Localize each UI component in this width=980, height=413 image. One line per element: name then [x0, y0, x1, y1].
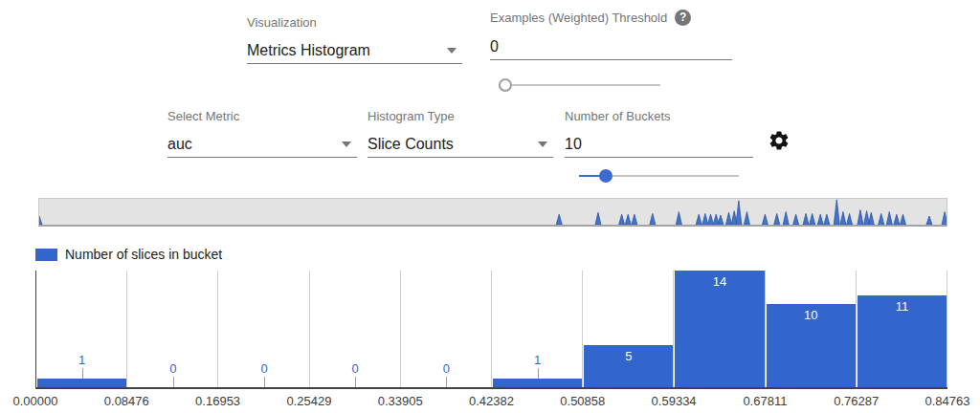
annotation-stem	[538, 368, 539, 379]
overview-spike	[625, 214, 631, 225]
annotation-stem	[446, 377, 447, 387]
chevron-down-icon	[447, 48, 457, 54]
bar-value-label: 1	[78, 353, 85, 367]
x-axis-label: 0.59334	[652, 394, 697, 408]
select-metric-value: auc	[167, 136, 192, 153]
annotation-stem	[355, 377, 356, 387]
metrics-histogram-panel: Visualization Metrics Histogram Examples…	[0, 0, 980, 413]
x-axis-label: 0.00000	[13, 394, 58, 408]
num-buckets-slider-knob[interactable]	[599, 169, 612, 183]
x-axis-label: 0.76287	[834, 394, 879, 408]
x-axis-label: 0.67811	[743, 394, 787, 408]
x-axis-label: 0.84763	[925, 394, 970, 408]
settings-gear-icon	[768, 129, 791, 152]
overview-spike	[858, 210, 863, 225]
legend-label: Number of slices in bucket	[65, 247, 222, 262]
overview-spike	[810, 213, 815, 225]
x-axis-label: 0.33905	[378, 394, 423, 408]
overview-spike	[702, 213, 708, 225]
bar-value-label: 0	[169, 361, 176, 376]
overview-spike	[942, 212, 947, 226]
overview-spike	[556, 214, 562, 225]
overview-spike	[834, 200, 839, 225]
gridline	[673, 271, 674, 387]
overview-spike	[650, 213, 656, 225]
slices-overview-strip[interactable]	[38, 198, 947, 227]
threshold-slider-track[interactable]	[505, 84, 660, 86]
visualization-value: Metrics Histogram	[247, 42, 370, 59]
bar-value-label: 0	[260, 361, 267, 376]
gridline	[582, 271, 583, 387]
gridline	[491, 271, 492, 387]
overview-spike	[595, 212, 601, 225]
overview-spike	[926, 216, 932, 225]
overview-spike	[803, 213, 809, 225]
overview-spike	[894, 214, 900, 225]
num-buckets-input[interactable]	[565, 133, 753, 156]
visualization-field: Visualization Metrics Histogram	[247, 15, 462, 64]
x-axis-label: 0.08476	[104, 394, 149, 408]
question-mark-icon[interactable]: ?	[675, 10, 691, 26]
select-metric-field: Select Metric auc	[167, 109, 357, 158]
annotation-stem	[173, 377, 174, 387]
overview-spike	[696, 214, 702, 225]
select-metric-dropdown[interactable]: auc	[167, 131, 357, 158]
select-metric-label: Select Metric	[167, 109, 357, 123]
num-buckets-input-underline	[565, 131, 753, 158]
visualization-dropdown[interactable]: Metrics Histogram	[247, 37, 462, 64]
overview-spike	[619, 214, 625, 225]
overview-spike	[879, 213, 884, 225]
histogram-bar[interactable]	[37, 379, 126, 387]
settings-button[interactable]	[768, 129, 791, 152]
overview-spike	[886, 212, 892, 226]
histogram-plot-area[interactable]: 1000015141011	[35, 271, 947, 389]
histogram-type-dropdown[interactable]: Slice Counts	[368, 131, 553, 158]
overview-spike	[783, 212, 789, 226]
x-axis-label: 0.50858	[560, 394, 605, 408]
threshold-slider[interactable]	[505, 77, 660, 93]
annotation-stem	[82, 368, 83, 379]
gridline	[126, 271, 127, 387]
overview-spike	[39, 216, 42, 225]
gridline	[856, 271, 857, 387]
overview-spike	[868, 212, 874, 225]
threshold-slider-knob[interactable]	[499, 78, 512, 92]
x-axis-label: 0.16953	[195, 394, 240, 408]
bar-value-label: 10	[804, 308, 817, 322]
histogram-bar[interactable]	[493, 379, 582, 387]
overview-spike	[840, 212, 846, 226]
overview-spike	[817, 214, 823, 225]
num-buckets-slider[interactable]	[579, 168, 739, 184]
x-axis-labels: 0.000000.084760.169530.254290.339050.423…	[0, 394, 980, 409]
bar-value-label: 11	[896, 299, 909, 314]
gridline	[947, 271, 947, 387]
chevron-down-icon	[538, 141, 547, 147]
overview-spike	[718, 215, 724, 225]
overview-spike	[725, 212, 731, 225]
legend-color-swatch	[35, 249, 57, 261]
overview-spike	[793, 214, 799, 225]
histogram-type-value: Slice Counts	[368, 136, 454, 153]
bar-value-label: 5	[625, 349, 632, 363]
overview-spike	[774, 213, 780, 225]
threshold-field: Examples (Weighted) Threshold ?	[490, 10, 732, 60]
histogram-type-field: Histogram Type Slice Counts	[368, 109, 553, 158]
annotation-stem	[264, 377, 265, 387]
overview-spike	[632, 214, 637, 225]
visualization-label: Visualization	[247, 15, 462, 30]
threshold-label: Examples (Weighted) Threshold	[490, 11, 667, 25]
overview-spike	[708, 214, 714, 225]
overview-spike	[900, 214, 905, 225]
x-axis-label: 0.42382	[469, 394, 514, 408]
bar-value-label: 0	[443, 361, 450, 376]
threshold-input[interactable]	[490, 35, 732, 58]
gridline	[400, 271, 401, 387]
chevron-down-icon	[342, 141, 351, 147]
overview-spike	[676, 212, 681, 226]
num-buckets-label: Number of Buckets	[565, 109, 753, 123]
bar-value-label: 0	[352, 361, 359, 376]
bar-value-label: 1	[534, 353, 541, 367]
overview-spike	[744, 212, 749, 226]
overview-spikes-chart	[39, 199, 947, 225]
x-axis-label: 0.25429	[286, 394, 331, 408]
